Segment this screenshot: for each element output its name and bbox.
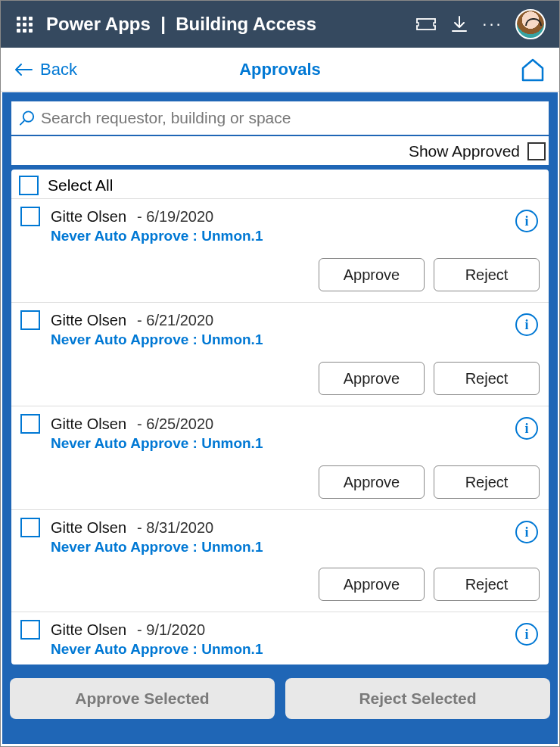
request-date: - 8/31/2020 [137, 519, 213, 537]
app-name: Power Apps [46, 14, 151, 34]
request-checkbox[interactable] [20, 207, 40, 226]
bottom-action-bar: Approve Selected Reject Selected [10, 678, 550, 719]
fit-screen-icon[interactable] [415, 14, 437, 35]
approve-selected-button[interactable]: Approve Selected [10, 678, 275, 719]
select-all-checkbox[interactable] [19, 176, 39, 195]
reject-button[interactable]: Reject [434, 258, 540, 291]
approve-button[interactable]: Approve [319, 258, 425, 291]
request-detail: Never Auto Approve : Unmon.1 [51, 228, 540, 244]
reject-button[interactable]: Reject [434, 465, 540, 499]
requestor-name: Gitte Olsen [51, 416, 126, 433]
app-header: Power Apps | Building Access ··· [1, 1, 559, 48]
requests-list: Select All Gitte Olsen - 6/19/2020 Never… [10, 168, 550, 666]
more-icon[interactable]: ··· [482, 14, 503, 35]
header-title: Power Apps | Building Access [46, 14, 316, 35]
app-area: Show Approved Select All Gitte Olsen - 6… [2, 92, 558, 744]
svg-rect-2 [434, 23, 436, 26]
request-detail: Never Auto Approve : Unmon.1 [51, 331, 540, 348]
requestor-name: Gitte Olsen [51, 208, 126, 226]
approve-button[interactable]: Approve [319, 362, 425, 395]
request-row: Gitte Olsen - 6/25/2020 Never Auto Appro… [11, 406, 549, 509]
request-checkbox[interactable] [20, 414, 40, 434]
select-all-label: Select All [48, 176, 113, 195]
page-title: Approvals [239, 60, 321, 79]
approve-button[interactable]: Approve [319, 465, 425, 499]
search-bar [10, 100, 550, 136]
download-icon[interactable] [449, 14, 470, 35]
info-icon[interactable]: i [515, 521, 538, 543]
request-row: Gitte Olsen - 6/19/2020 Never Auto Appro… [11, 198, 549, 302]
home-icon [520, 58, 546, 82]
back-label: Back [40, 60, 77, 79]
requestor-name: Gitte Olsen [51, 621, 126, 639]
avatar[interactable] [515, 9, 546, 39]
info-icon[interactable]: i [515, 623, 538, 646]
home-button[interactable] [520, 58, 546, 82]
reject-selected-button[interactable]: Reject Selected [285, 678, 550, 719]
request-row: Gitte Olsen - 9/1/2020 Never Auto Approv… [11, 612, 549, 666]
request-checkbox[interactable] [20, 310, 40, 330]
page-name: Building Access [176, 14, 316, 34]
requestor-name: Gitte Olsen [51, 519, 126, 537]
subheader: Back Approvals [1, 48, 559, 92]
show-approved-checkbox[interactable] [527, 142, 546, 160]
request-date: - 6/19/2020 [137, 208, 213, 226]
reject-button[interactable]: Reject [434, 362, 540, 395]
request-detail: Never Auto Approve : Unmon.1 [51, 435, 540, 452]
title-separator: | [160, 14, 166, 34]
info-icon[interactable]: i [515, 417, 538, 440]
request-row: Gitte Olsen - 6/21/2020 Never Auto Appro… [11, 302, 549, 406]
show-approved-row: Show Approved [10, 136, 550, 165]
request-date: - 9/1/2020 [137, 621, 205, 639]
waffle-icon[interactable] [14, 14, 34, 34]
request-detail: Never Auto Approve : Unmon.1 [51, 641, 540, 658]
approve-button[interactable]: Approve [319, 568, 425, 601]
back-arrow-icon [14, 63, 33, 76]
request-checkbox[interactable] [20, 620, 40, 640]
search-input[interactable] [41, 109, 541, 127]
svg-point-3 [23, 111, 33, 121]
request-checkbox[interactable] [20, 518, 40, 537]
show-approved-label: Show Approved [409, 142, 520, 160]
request-detail: Never Auto Approve : Unmon.1 [51, 539, 540, 556]
info-icon[interactable]: i [515, 210, 538, 232]
svg-rect-1 [416, 23, 418, 26]
back-button[interactable]: Back [14, 60, 77, 79]
reject-button[interactable]: Reject [434, 568, 540, 601]
request-date: - 6/25/2020 [137, 416, 213, 433]
info-icon[interactable]: i [515, 313, 538, 336]
select-all-row: Select All [11, 170, 549, 198]
request-row: Gitte Olsen - 8/31/2020 Never Auto Appro… [11, 509, 549, 612]
search-icon [19, 110, 35, 126]
svg-rect-0 [417, 19, 435, 30]
request-date: - 6/21/2020 [137, 312, 213, 329]
requestor-name: Gitte Olsen [51, 312, 126, 329]
